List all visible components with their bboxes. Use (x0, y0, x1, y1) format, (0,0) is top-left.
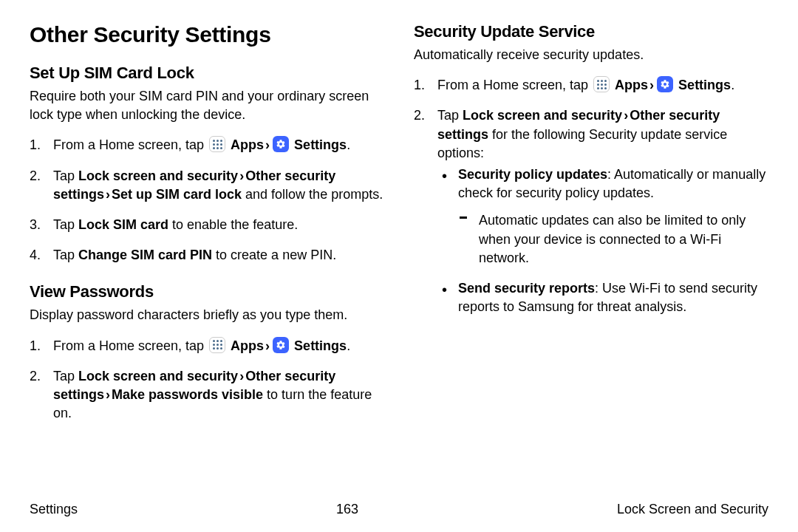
bullets-sus: Security policy updates: Automatically o… (437, 166, 768, 316)
right-column: Security Update Service Automatically re… (414, 22, 768, 434)
list-item: Tap Lock screen and security›Other secur… (30, 167, 384, 204)
settings-icon (273, 136, 289, 152)
chevron-right-icon: › (622, 108, 630, 123)
chevron-right-icon: › (238, 369, 245, 383)
intro-sim: Require both your SIM card PIN and your … (30, 87, 384, 124)
intro-sus: Automatically receive security updates. (414, 46, 768, 64)
list-item: Tap Lock screen and security›Other secur… (30, 367, 384, 423)
step-text: and follow the prompts. (242, 187, 383, 202)
page-number: 163 (336, 502, 358, 517)
settings-label: Settings (294, 338, 347, 353)
bold-text: Set up SIM card lock (112, 187, 242, 202)
step-text: Tap (53, 369, 78, 383)
step-text: From a Home screen, tap (53, 137, 208, 152)
apps-icon (593, 76, 610, 92)
settings-icon (273, 337, 289, 353)
chevron-right-icon: › (264, 338, 271, 353)
steps-passwords: From a Home screen, tap Apps› Settings. … (30, 337, 384, 423)
bold-text: Send security reports (458, 281, 595, 296)
list-item: Tap Change SIM card PIN to create a new … (30, 246, 384, 265)
settings-label: Settings (294, 137, 347, 152)
dash-list: Automatic updates can also be limited to… (458, 211, 768, 267)
bold-text: Make passwords visible (112, 387, 263, 402)
bold-text: Lock screen and security (78, 369, 238, 383)
section-heading-sim: Set Up SIM Card Lock (30, 64, 384, 83)
apps-label: Apps (231, 137, 264, 152)
footer-left: Settings (30, 502, 78, 517)
chevron-right-icon: › (238, 168, 245, 183)
apps-icon (209, 136, 225, 152)
apps-label: Apps (615, 78, 648, 92)
chevron-right-icon: › (104, 187, 112, 202)
section-heading-sus: Security Update Service (414, 22, 768, 41)
list-item: Tap Lock screen and security›Other secur… (414, 106, 768, 316)
chevron-right-icon: › (104, 387, 112, 402)
step-text: to create a new PIN. (212, 248, 336, 262)
apps-icon (209, 337, 225, 353)
step-text: From a Home screen, tap (437, 78, 592, 92)
footer-right: Lock Screen and Security (617, 502, 768, 517)
apps-label: Apps (231, 338, 264, 353)
page-title: Other Security Settings (30, 22, 384, 47)
settings-icon (657, 76, 673, 92)
list-item: From a Home screen, tap Apps› Settings. (30, 337, 384, 355)
list-item: From a Home screen, tap Apps› Settings. (30, 136, 384, 154)
intro-passwords: Display password characters briefly as y… (30, 306, 384, 324)
steps-sim: From a Home screen, tap Apps› Settings. … (30, 136, 384, 265)
step-text: Tap (53, 248, 78, 262)
step-text: to enable the feature. (168, 217, 298, 232)
bold-text: Change SIM card PIN (78, 248, 212, 262)
chevron-right-icon: › (648, 78, 655, 92)
step-text: Tap (437, 108, 463, 123)
section-heading-passwords: View Passwords (30, 282, 384, 301)
chevron-right-icon: › (264, 137, 271, 152)
step-text: Tap (53, 217, 78, 232)
bold-text: Lock SIM card (78, 217, 168, 232)
steps-sus: From a Home screen, tap Apps› Settings. … (414, 76, 768, 316)
settings-label: Settings (678, 78, 731, 92)
bold-text: Lock screen and security (78, 168, 238, 183)
list-item: From a Home screen, tap Apps› Settings. (414, 76, 768, 95)
bold-text: Security policy updates (458, 167, 607, 182)
left-column: Other Security Settings Set Up SIM Card … (30, 22, 384, 434)
footer: Settings 163 Lock Screen and Security (30, 502, 768, 517)
list-item: Tap Lock SIM card to enable the feature. (30, 216, 384, 234)
list-item: Send security reports: Use Wi-Fi to send… (437, 279, 768, 316)
bold-text: Lock screen and security (463, 108, 622, 123)
step-text: From a Home screen, tap (53, 338, 208, 353)
step-text: Tap (53, 168, 78, 183)
list-item: Security policy updates: Automatically o… (437, 166, 768, 267)
list-item: Automatic updates can also be limited to… (458, 211, 768, 267)
